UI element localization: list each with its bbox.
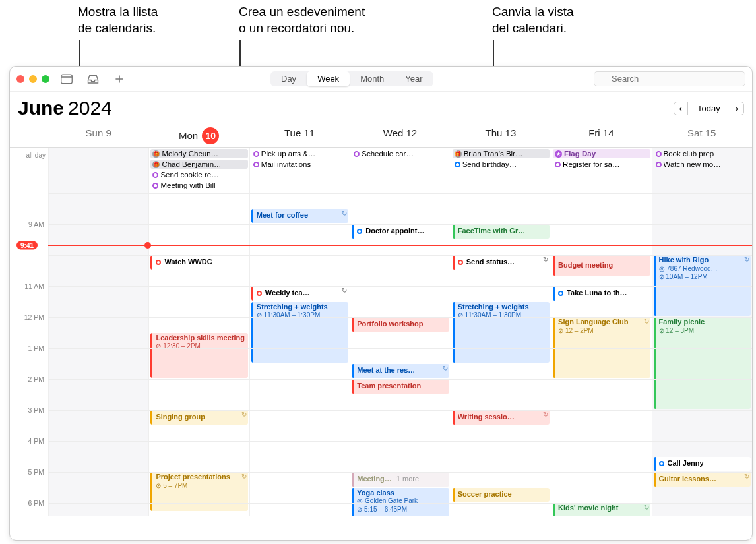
day-header[interactable]: Sat 15 bbox=[652, 123, 752, 147]
grid-col[interactable] bbox=[48, 193, 148, 516]
hour-label: 5 PM bbox=[28, 468, 44, 476]
event[interactable]: Singing group↻ bbox=[150, 410, 247, 425]
allday-event[interactable]: Schedule car… bbox=[352, 149, 449, 158]
event[interactable]: Watch WWDC bbox=[150, 255, 247, 270]
calendar-list-button[interactable] bbox=[59, 73, 74, 85]
event[interactable]: Writing sessio…↻ bbox=[453, 410, 550, 425]
event[interactable]: Stretching + weights⊘ 11:30AM – 1:30PM bbox=[251, 302, 348, 363]
close-icon[interactable] bbox=[16, 75, 24, 83]
add-event-button[interactable] bbox=[112, 73, 127, 85]
search-input[interactable] bbox=[594, 71, 745, 86]
event[interactable]: Kids' movie night↻ bbox=[553, 503, 650, 516]
title-row: June 2024 ‹ Today › bbox=[10, 92, 752, 123]
hour-label: 12 PM bbox=[24, 313, 44, 321]
event[interactable]: Meeting…1 more bbox=[352, 472, 449, 487]
allday-col: ★Flag DayRegister for sa… bbox=[551, 148, 651, 193]
title-year: 2024 bbox=[68, 97, 112, 119]
allday-col: Schedule car… bbox=[350, 148, 450, 193]
title-month: June bbox=[18, 97, 64, 119]
day-header[interactable]: Sun 9 bbox=[48, 123, 148, 147]
allday-event[interactable]: Watch new mo… bbox=[654, 160, 751, 169]
hour-label: 6 PM bbox=[28, 499, 44, 507]
seg-day[interactable]: Day bbox=[270, 71, 307, 86]
allday-col: 🎁Melody Cheun…🎁Chad Benjamin…Send cookie… bbox=[148, 148, 249, 193]
event[interactable]: FaceTime with Gr… bbox=[453, 224, 550, 239]
event[interactable]: Weekly tea…↻ bbox=[251, 286, 348, 301]
all-day-row: all-day 🎁Melody Cheun…🎁Chad Benjamin…Sen… bbox=[10, 148, 752, 193]
hour-label: 9 AM bbox=[28, 220, 44, 228]
grid-col[interactable]: Meet for coffee↻Weekly tea…↻Stretching +… bbox=[249, 193, 350, 516]
event[interactable]: Send status…↻ bbox=[453, 255, 550, 270]
event[interactable]: Budget meeting bbox=[553, 255, 650, 276]
now-time-badge: 9:41 bbox=[16, 241, 38, 249]
date-nav: ‹ Today › bbox=[674, 102, 744, 115]
view-segmented-control: DayWeekMonthYear bbox=[270, 71, 433, 86]
allday-col: Book club prepWatch new mo… bbox=[652, 148, 752, 193]
window-controls[interactable] bbox=[16, 75, 49, 83]
calendar-window: DayWeekMonthYear June 2024 ‹ Today › Sun… bbox=[9, 66, 753, 541]
day-header[interactable]: Wed 12 bbox=[350, 123, 450, 147]
fullscreen-icon[interactable] bbox=[42, 75, 49, 83]
seg-month[interactable]: Month bbox=[350, 71, 394, 86]
grid-col[interactable]: FaceTime with Gr…Send status…↻Stretching… bbox=[451, 193, 551, 516]
allday-col bbox=[48, 148, 148, 193]
event[interactable]: Leadership skills meeting⊘ 12:30 – 2PM bbox=[150, 333, 247, 378]
hour-label: 2 PM bbox=[28, 375, 44, 383]
allday-event[interactable]: Register for sa… bbox=[553, 160, 650, 169]
day-header[interactable]: Mon 10 bbox=[148, 123, 249, 147]
inbox-button[interactable] bbox=[86, 73, 100, 85]
event[interactable]: Project presentations⊘ 5 – 7PM↻ bbox=[150, 472, 247, 511]
allday-event[interactable]: Send cookie re… bbox=[150, 170, 247, 179]
event[interactable]: Call Jenny bbox=[654, 457, 751, 471]
event[interactable]: Meet at the res…↻ bbox=[352, 364, 449, 378]
event[interactable]: Soccer practice bbox=[453, 488, 550, 502]
seg-year[interactable]: Year bbox=[394, 71, 433, 86]
day-headers: Sun 9Mon 10Tue 11Wed 12Thu 13Fri 14Sat 1… bbox=[10, 123, 752, 148]
allday-col: Pick up arts &…Mail invitations bbox=[249, 148, 350, 193]
allday-event[interactable]: 🎁Brian Tran's Bir… bbox=[453, 149, 550, 158]
event[interactable]: Yoga class◎ Golden Gate Park⊘ 5:15 – 6:4… bbox=[352, 488, 449, 517]
event[interactable]: Doctor appoint… bbox=[352, 224, 449, 239]
callout-create: Crea un esdevenimento un recordatori nou… bbox=[239, 4, 365, 36]
prev-button[interactable]: ‹ bbox=[674, 102, 688, 115]
grid-col[interactable]: Watch WWDCLeadership skills meeting⊘ 12:… bbox=[148, 193, 249, 516]
callout-view: Canvia la vistadel calendari. bbox=[492, 4, 574, 36]
event[interactable]: Take Luna to th… bbox=[553, 286, 650, 301]
allday-event[interactable]: 🎁Melody Cheun… bbox=[150, 149, 247, 158]
callout-list: Mostra la llistade calendaris. bbox=[78, 4, 158, 36]
toolbar: DayWeekMonthYear bbox=[10, 67, 752, 92]
event[interactable]: Portfolio workshop bbox=[352, 317, 449, 332]
search-wrap bbox=[594, 71, 745, 86]
minimize-icon[interactable] bbox=[29, 75, 37, 83]
day-header[interactable]: Tue 11 bbox=[249, 123, 350, 147]
event[interactable]: Sign Language Club⊘ 12 – 2PM↻ bbox=[553, 317, 650, 378]
callouts: Mostra la llistade calendaris. Crea un e… bbox=[0, 0, 756, 66]
event[interactable]: Stretching + weights⊘ 11:30AM – 1:30PM bbox=[453, 302, 550, 363]
allday-event[interactable]: Meeting with Bill bbox=[150, 181, 247, 190]
allday-event[interactable]: ★Flag Day bbox=[553, 149, 650, 158]
grid-col[interactable]: Budget meetingTake Luna to th…Sign Langu… bbox=[551, 193, 651, 516]
allday-col: 🎁Brian Tran's Bir…Send birthday… bbox=[451, 148, 551, 193]
hour-label: 3 PM bbox=[28, 406, 44, 414]
allday-event[interactable]: Book club prep bbox=[654, 149, 751, 158]
allday-event[interactable]: Pick up arts &… bbox=[251, 149, 348, 158]
grid-col[interactable]: Hike with Rigo◎ 7867 Redwood…⊘ 10AM – 12… bbox=[652, 193, 752, 516]
allday-event[interactable]: 🎁Chad Benjamin… bbox=[150, 160, 247, 169]
allday-event[interactable]: Mail invitations bbox=[251, 160, 348, 169]
next-button[interactable]: › bbox=[730, 102, 744, 115]
event[interactable]: Hike with Rigo◎ 7867 Redwood…⊘ 10AM – 12… bbox=[654, 255, 751, 316]
event[interactable]: Family picnic⊘ 12 – 3PM bbox=[654, 317, 751, 409]
day-header[interactable]: Thu 13 bbox=[451, 123, 551, 147]
seg-week[interactable]: Week bbox=[307, 71, 350, 86]
hour-label: 4 PM bbox=[28, 437, 44, 445]
hour-label: 11 AM bbox=[24, 282, 44, 290]
event[interactable]: Meet for coffee↻ bbox=[251, 209, 348, 224]
allday-event[interactable]: Send birthday… bbox=[453, 160, 550, 169]
event[interactable]: Team presentation bbox=[352, 379, 449, 394]
day-header[interactable]: Fri 14 bbox=[551, 123, 651, 147]
svg-rect-0 bbox=[61, 75, 73, 84]
event[interactable]: Guitar lessons…↻ bbox=[654, 472, 751, 487]
hour-label: 1 PM bbox=[28, 344, 44, 352]
today-button[interactable]: Today bbox=[688, 102, 730, 115]
grid-col[interactable]: Doctor appoint…Portfolio workshopMeet at… bbox=[350, 193, 450, 516]
